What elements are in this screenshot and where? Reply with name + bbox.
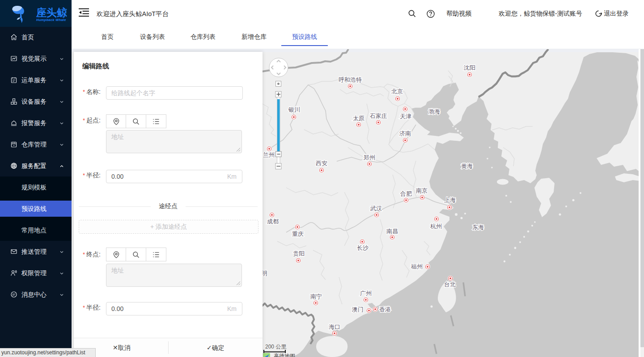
svg-text:合肥: 合肥	[400, 190, 412, 197]
svg-text:武汉: 武汉	[370, 205, 382, 212]
svg-text:澳门: 澳门	[352, 306, 364, 313]
svg-text:长沙: 长沙	[357, 244, 369, 251]
svg-text:兰州: 兰州	[263, 151, 275, 158]
svg-text:海口: 海口	[329, 323, 340, 330]
svg-text:东海: 东海	[472, 224, 484, 231]
svg-text:天津: 天津	[400, 113, 411, 120]
svg-text:座头鲸: 座头鲸	[36, 7, 67, 18]
svg-text:呼和浩特: 呼和浩特	[339, 76, 362, 83]
svg-text:郑州: 郑州	[363, 154, 375, 161]
svg-text:杭州: 杭州	[430, 223, 442, 230]
svg-text:重庆: 重庆	[292, 231, 304, 237]
svg-text:成都: 成都	[267, 218, 279, 225]
svg-text:香港: 香港	[379, 306, 391, 313]
svg-text:沈阳: 沈阳	[463, 64, 475, 71]
svg-text:贵阳: 贵阳	[293, 250, 305, 257]
svg-text:黄海: 黄海	[461, 163, 473, 169]
svg-text:台北: 台北	[444, 281, 456, 288]
svg-text:南昌: 南昌	[386, 228, 398, 235]
svg-text:Humpback Whale: Humpback Whale	[36, 18, 66, 22]
svg-text:200 公里: 200 公里	[265, 344, 287, 350]
svg-text:太原: 太原	[353, 115, 364, 122]
svg-text:南京: 南京	[416, 187, 428, 194]
svg-text:北京: 北京	[391, 88, 403, 95]
svg-text:福州: 福州	[411, 263, 423, 270]
svg-text:高德地图: 高德地图	[274, 353, 295, 357]
svg-text:济南: 济南	[399, 130, 411, 137]
svg-text:银川: 银川	[288, 106, 300, 113]
svg-text:西安: 西安	[316, 160, 327, 167]
svg-text:石家庄: 石家庄	[370, 113, 387, 119]
svg-text:广州: 广州	[360, 290, 372, 297]
svg-text:渤海: 渤海	[428, 108, 440, 115]
svg-text:上海: 上海	[444, 197, 456, 203]
svg-text:南宁: 南宁	[310, 293, 322, 300]
